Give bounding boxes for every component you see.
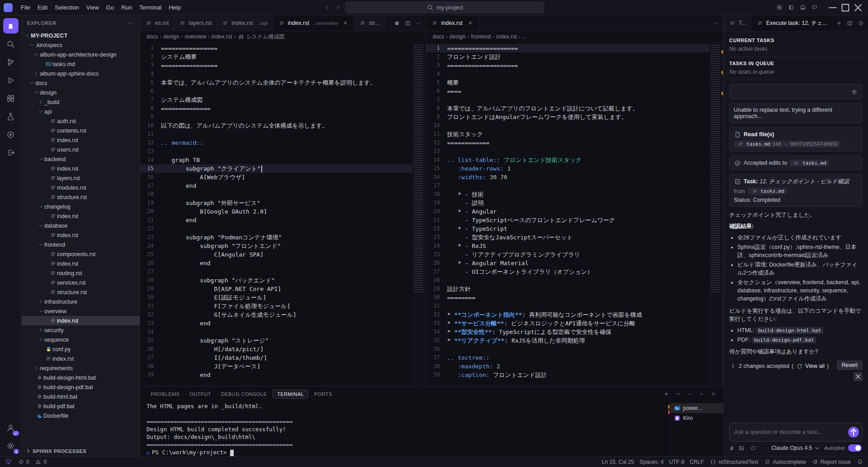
code-line[interactable]: 7システム構成図: [140, 95, 412, 104]
code-line[interactable]: 2フロントエンド設計: [426, 52, 709, 61]
minimize-icon[interactable]: [826, 1, 839, 14]
code-line[interactable]: 30 E[認証モジュール]: [140, 293, 412, 302]
history-icon[interactable]: [857, 19, 864, 27]
breadcrumb-item[interactable]: システム構成図: [237, 33, 284, 41]
copy-icon[interactable]: [851, 88, 858, 95]
tree-item-structure-rst[interactable]: structure.rst: [22, 287, 140, 297]
panel-bottom-icon[interactable]: [799, 4, 807, 11]
breadcrumb-docs[interactable]: docs: [146, 33, 158, 40]
chat-input[interactable]: [729, 423, 863, 442]
code-line[interactable]: 27 - UIコンポーネントライブラリ（オプション）: [426, 267, 709, 276]
code-line[interactable]: 16 A[Webブラウザ]: [140, 173, 412, 181]
activity-settings[interactable]: 1: [3, 438, 19, 453]
activity-run-debug[interactable]: [3, 72, 19, 88]
code-line[interactable]: 31 F[ファイル処理モジュール]: [140, 302, 412, 310]
code-line[interactable]: 15 subgraph "クライアント": [140, 164, 412, 173]
activity-signout[interactable]: [3, 145, 19, 160]
panel-tab-ports[interactable]: PORTS: [310, 390, 336, 398]
chat-icon[interactable]: [811, 4, 818, 11]
command-center-search[interactable]: my-project: [345, 2, 544, 13]
close-icon[interactable]: [852, 1, 864, 14]
panel-tab-output[interactable]: OUTPUT: [185, 390, 215, 398]
file-chip-tasks-md[interactable]: tasks.md: [748, 188, 787, 195]
code-line[interactable]: 36 H[/data/pict/]: [140, 345, 412, 353]
code-line[interactable]: 10以下の図は、アルバムアプリのシステム全体構成を示します。: [140, 121, 412, 130]
send-icon[interactable]: [848, 427, 859, 438]
plus-icon[interactable]: [663, 391, 670, 398]
code-line[interactable]: 20 * - Angular: [426, 207, 709, 216]
code-line[interactable]: 35 subgraph "ストレージ": [140, 336, 412, 345]
tab-layers-rst[interactable]: layers.rst: [174, 15, 217, 31]
tree-item-services-rst[interactable]: services.rst: [22, 278, 140, 287]
code-line[interactable]: 16 :widths: 30 70: [426, 173, 709, 181]
activity-account[interactable]: ✓: [3, 420, 19, 435]
status-error-circle[interactable]: 0: [17, 458, 29, 466]
model-selector[interactable]: Claude Opus 4.5: [771, 444, 821, 452]
activity-extensions[interactable]: [3, 91, 19, 106]
code-line[interactable]: 1================: [140, 44, 412, 52]
panel-tab-problems[interactable]: PROBLEMS: [146, 390, 184, 398]
tree-item-kiro-specs[interactable]: .kiro\specs: [22, 40, 140, 50]
status-report[interactable]: Report issue: [811, 458, 851, 466]
layout-grid-icon[interactable]: [776, 4, 783, 11]
code-line[interactable]: 14.. list-table:: フロントエンド技術スタック: [426, 156, 709, 164]
tree-item-docs[interactable]: docs: [22, 78, 140, 88]
code-line[interactable]: 8==============: [140, 104, 412, 113]
code-line[interactable]: 19 - 説明: [426, 199, 709, 207]
code-line[interactable]: 9: [140, 113, 412, 121]
code-line[interactable]: 39 end: [140, 371, 412, 379]
tree-item-build-design-html-bat[interactable]: build-design-html.bat: [22, 373, 140, 382]
code-line[interactable]: 12============: [426, 138, 709, 147]
panel-max-icon[interactable]: [698, 391, 705, 398]
code-line[interactable]: 24 * - RxJS: [426, 242, 709, 250]
tab-execute-task-12[interactable]: Execute task: 12. チェ...×: [751, 15, 832, 31]
code-line[interactable]: 35* **リアクティブ**: RxJSを活用した非同期処理: [426, 336, 709, 345]
context-hash-icon[interactable]: #: [730, 445, 733, 452]
code-line[interactable]: 37 I[/data/thumb/]: [140, 353, 412, 362]
code-line[interactable]: 4: [426, 70, 709, 78]
code-line[interactable]: 34* **型安全性**: TypeScriptによる型定義で安全性を確保: [426, 328, 709, 336]
tree-item-infrastructure[interactable]: infrastructure: [22, 297, 140, 306]
more-icon[interactable]: [686, 391, 693, 398]
code-editor[interactable]: 1====================2フロントエンド設計3========…: [426, 42, 709, 386]
tree-item-users-rst[interactable]: users.rst: [22, 145, 140, 154]
code-line[interactable]: 23 - 型安全なJavaScriptスーパーセット: [426, 233, 709, 242]
tree-item-index-rst[interactable]: index.rst: [22, 164, 140, 173]
code-line[interactable]: 3================: [140, 61, 412, 70]
tree-item-layers-rst[interactable]: layers.rst: [22, 173, 140, 183]
code-line[interactable]: 18 * - 技術: [426, 190, 709, 199]
code-line[interactable]: 28: [426, 276, 709, 285]
code-line[interactable]: 12.. mermaid::: [140, 138, 412, 147]
code-line[interactable]: 34: [140, 328, 412, 336]
code-line[interactable]: 33 end: [140, 319, 412, 328]
code-line[interactable]: 25 C[Angular SPA]: [140, 250, 412, 259]
menu-help[interactable]: Help: [165, 2, 184, 13]
code-line[interactable]: 11: [140, 130, 412, 138]
code-line[interactable]: 29設計方針: [426, 285, 709, 293]
tab-index-rst[interactable]: index.rst...\api: [217, 15, 273, 31]
close-icon[interactable]: ×: [467, 20, 474, 26]
code-line[interactable]: 3====================: [426, 61, 709, 70]
tree-item-design[interactable]: design: [22, 88, 140, 97]
code-line[interactable]: 39 :caption: フロントエンド設計: [426, 371, 709, 379]
code-line[interactable]: 25 - リアクティブプログラミングライブラリ: [426, 250, 709, 259]
command-code[interactable]: build-design-pdf.bat: [752, 337, 816, 343]
chevron-down-icon[interactable]: [675, 391, 682, 398]
tree-item-requirements[interactable]: requirements: [22, 363, 140, 373]
tree-item-modules-rst[interactable]: modules.rst: [22, 183, 140, 192]
split-editor-icon[interactable]: [404, 19, 411, 27]
status-remote[interactable]: [5, 458, 12, 466]
tree-item-changelog[interactable]: changelog: [22, 202, 140, 211]
breadcrumb-docs[interactable]: docs: [433, 33, 444, 40]
code-line[interactable]: 26 end: [140, 259, 412, 267]
terminal-output[interactable]: The HTML pages are in _build/html.======…: [140, 401, 670, 456]
tree-item-index-rst[interactable]: index.rst: [22, 354, 140, 363]
code-line[interactable]: 5本章では、アルバムアプリのシステム全体のアーキテクチャ概要を説明します。: [140, 78, 412, 87]
tree-item-album-app-architecture-design[interactable]: album-app-architecture-design: [22, 50, 140, 59]
status-ln-15-col-25[interactable]: Ln 15, Col 25: [602, 459, 634, 465]
code-line[interactable]: 30========: [426, 293, 709, 302]
tree-item-frontend[interactable]: frontend: [22, 240, 140, 249]
code-line[interactable]: 13: [426, 147, 709, 156]
tree-item-index-rst[interactable]: index.rst: [22, 211, 140, 221]
status-crlf[interactable]: CRLF: [690, 459, 704, 465]
